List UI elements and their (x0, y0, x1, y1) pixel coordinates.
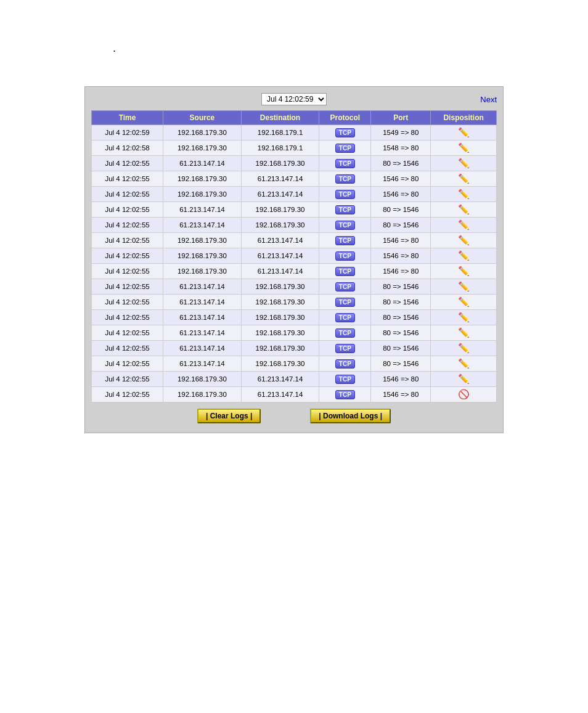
allow-icon: ✏️ (458, 173, 470, 184)
top-bar: Jul 4 12:02:59 Next (91, 93, 497, 105)
cell-port: 1546 => 80 (371, 171, 431, 187)
tcp-badge: TCP (335, 359, 355, 369)
cell-destination: 61.213.147.14 (241, 387, 319, 402)
cell-protocol: TCP (319, 125, 371, 141)
cell-source: 61.213.147.14 (163, 356, 242, 372)
cell-protocol: TCP (319, 325, 371, 341)
cell-time: Jul 4 12:02:55 (92, 372, 163, 387)
cell-source: 192.168.179.30 (163, 387, 242, 402)
cell-port: 80 => 1546 (371, 156, 431, 171)
cell-protocol: TCP (319, 202, 371, 218)
cell-destination: 192.168.179.30 (241, 202, 319, 218)
cell-port: 80 => 1546 (371, 325, 431, 341)
cell-time: Jul 4 12:02:55 (92, 310, 163, 325)
cell-time: Jul 4 12:02:55 (92, 295, 163, 310)
cell-destination: 61.213.147.14 (241, 264, 319, 279)
dot-separator: . (113, 42, 116, 55)
cell-port: 80 => 1546 (371, 218, 431, 233)
cell-protocol: TCP (319, 264, 371, 279)
cell-port: 1546 => 80 (371, 248, 431, 264)
table-row: Jul 4 12:02:5561.213.147.14192.168.179.3… (92, 341, 497, 356)
cell-time: Jul 4 12:02:55 (92, 248, 163, 264)
tcp-badge: TCP (335, 205, 355, 214)
cell-destination: 61.213.147.14 (241, 233, 319, 248)
cell-protocol: TCP (319, 171, 371, 187)
cell-time: Jul 4 12:02:55 (92, 218, 163, 233)
cell-time: Jul 4 12:02:55 (92, 325, 163, 341)
table-row: Jul 4 12:02:55192.168.179.3061.213.147.1… (92, 264, 497, 279)
cell-protocol: TCP (319, 141, 371, 156)
cell-source: 61.213.147.14 (163, 341, 242, 356)
cell-disposition: ✏️ (431, 156, 497, 171)
cell-disposition: 🚫 (431, 387, 497, 402)
cell-destination: 192.168.179.30 (241, 295, 319, 310)
col-protocol: Protocol (319, 111, 371, 125)
cell-disposition: ✏️ (431, 264, 497, 279)
cell-source: 61.213.147.14 (163, 218, 242, 233)
cell-protocol: TCP (319, 372, 371, 387)
allow-icon: ✏️ (458, 189, 470, 200)
cell-protocol: TCP (319, 341, 371, 356)
footer-bar: | Clear Logs | | Download Logs | (91, 409, 497, 423)
allow-icon: ✏️ (458, 127, 470, 138)
cell-disposition: ✏️ (431, 125, 497, 141)
allow-icon: ✏️ (458, 142, 470, 153)
cell-protocol: TCP (319, 295, 371, 310)
cell-source: 61.213.147.14 (163, 310, 242, 325)
cell-destination: 192.168.179.30 (241, 218, 319, 233)
cell-time: Jul 4 12:02:58 (92, 141, 163, 156)
cell-port: 80 => 1546 (371, 202, 431, 218)
allow-icon: ✏️ (458, 219, 470, 230)
col-disposition: Disposition (431, 111, 497, 125)
cell-source: 192.168.179.30 (163, 141, 242, 156)
tcp-badge: TCP (335, 128, 355, 137)
tcp-badge: TCP (335, 328, 355, 338)
cell-source: 192.168.179.30 (163, 187, 242, 202)
cell-disposition: ✏️ (431, 279, 497, 295)
table-row: Jul 4 12:02:55192.168.179.3061.213.147.1… (92, 248, 497, 264)
cell-source: 61.213.147.14 (163, 202, 242, 218)
clear-logs-button[interactable]: | Clear Logs | (197, 409, 261, 423)
cell-port: 80 => 1546 (371, 341, 431, 356)
cell-disposition: ✏️ (431, 325, 497, 341)
table-row: Jul 4 12:02:55192.168.179.3061.213.147.1… (92, 387, 497, 402)
cell-port: 1549 => 80 (371, 125, 431, 141)
tcp-badge: TCP (335, 251, 355, 261)
cell-destination: 192.168.179.30 (241, 356, 319, 372)
date-select[interactable]: Jul 4 12:02:59 (261, 93, 327, 105)
table-row: Jul 4 12:02:5561.213.147.14192.168.179.3… (92, 325, 497, 341)
cell-protocol: TCP (319, 218, 371, 233)
next-link[interactable]: Next (480, 95, 497, 104)
cell-time: Jul 4 12:02:55 (92, 279, 163, 295)
log-panel: Jul 4 12:02:59 Next Time Source Destinat… (84, 86, 504, 433)
cell-time: Jul 4 12:02:55 (92, 356, 163, 372)
tcp-badge: TCP (335, 282, 355, 291)
cell-disposition: ✏️ (431, 356, 497, 372)
col-time: Time (92, 111, 163, 125)
cell-destination: 192.168.179.30 (241, 279, 319, 295)
cell-protocol: TCP (319, 356, 371, 372)
cell-destination: 61.213.147.14 (241, 248, 319, 264)
table-row: Jul 4 12:02:59192.168.179.30192.168.179.… (92, 125, 497, 141)
col-destination: Destination (241, 111, 319, 125)
cell-time: Jul 4 12:02:55 (92, 233, 163, 248)
cell-port: 1546 => 80 (371, 187, 431, 202)
cell-protocol: TCP (319, 156, 371, 171)
table-row: Jul 4 12:02:5561.213.147.14192.168.179.3… (92, 295, 497, 310)
cell-port: 1546 => 80 (371, 264, 431, 279)
tcp-badge: TCP (335, 298, 355, 307)
allow-icon: ✏️ (458, 343, 470, 354)
cell-source: 61.213.147.14 (163, 156, 242, 171)
tcp-badge: TCP (335, 267, 355, 276)
download-logs-button[interactable]: | Download Logs | (310, 409, 391, 423)
allow-icon: ✏️ (458, 327, 470, 338)
cell-disposition: ✏️ (431, 202, 497, 218)
table-row: Jul 4 12:02:55192.168.179.3061.213.147.1… (92, 372, 497, 387)
cell-time: Jul 4 12:02:55 (92, 202, 163, 218)
table-row: Jul 4 12:02:5561.213.147.14192.168.179.3… (92, 156, 497, 171)
cell-disposition: ✏️ (431, 310, 497, 325)
table-row: Jul 4 12:02:5561.213.147.14192.168.179.3… (92, 218, 497, 233)
tcp-badge: TCP (335, 190, 355, 199)
cell-disposition: ✏️ (431, 248, 497, 264)
allow-icon: ✏️ (458, 235, 470, 246)
